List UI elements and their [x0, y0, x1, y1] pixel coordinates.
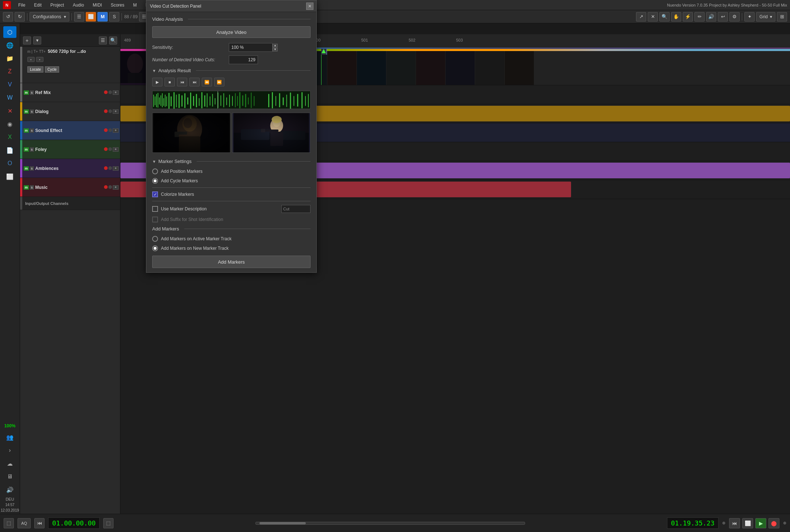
add-cycle-markers-radio[interactable] [152, 178, 158, 184]
video-btn2[interactable]: ▪ [36, 57, 43, 62]
sidebar-icon-excel[interactable]: X [3, 131, 16, 143]
menu-file[interactable]: File [17, 2, 27, 8]
bottom-icon-3[interactable]: ⬚ [103, 518, 113, 528]
sidebar-icon-folder[interactable]: 📁 [3, 53, 16, 64]
menu-audio[interactable]: Audio [71, 2, 85, 8]
refmix-m-btn[interactable]: m [24, 90, 29, 95]
foley-s-btn[interactable]: s [30, 147, 34, 152]
music-s-btn[interactable]: s [30, 185, 34, 190]
refmix-s-btn[interactable]: s [30, 90, 34, 95]
configurations-dropdown[interactable]: Configurations ▾ [30, 12, 69, 22]
menu-project[interactable]: Project [49, 2, 65, 8]
menu-scores[interactable]: Scores [109, 2, 126, 8]
transport-play[interactable]: ▶ [755, 518, 766, 528]
amb-s-btn[interactable]: s [30, 166, 34, 171]
track-search-btn[interactable]: 🔍 [109, 36, 117, 44]
foley-fader[interactable]: ≡ [113, 147, 119, 152]
add-markers-button[interactable]: Add Markers [152, 256, 311, 268]
s-button[interactable]: S [109, 12, 119, 22]
music-fader[interactable]: ≡ [113, 185, 119, 190]
refmix-fader[interactable]: ≡ [113, 90, 119, 95]
list-view-button[interactable]: ☰ [74, 12, 84, 22]
sidebar-icon-pdf[interactable]: 📄 [3, 144, 16, 156]
transport-record[interactable]: ⬤ [768, 518, 779, 528]
marker-settings-arrow[interactable]: ▼ [152, 159, 156, 164]
undo-button[interactable]: ↺ [3, 12, 13, 22]
sidebar-icon-monitor[interactable]: 🖥 [3, 471, 16, 482]
transport-rewind[interactable]: ⏮ [729, 518, 740, 528]
amb-fader[interactable]: ≡ [113, 166, 119, 171]
transport-prev-btn[interactable]: ⏮ [177, 78, 187, 86]
cut-description-input[interactable]: Cut [281, 205, 311, 213]
transport-play-btn[interactable]: ▶ [152, 78, 162, 86]
blue-m-button[interactable]: M [97, 12, 108, 22]
hand-tool[interactable]: ✋ [671, 12, 681, 22]
locate-button[interactable]: Locate [27, 66, 43, 73]
sidebar-icon-z[interactable]: Z [3, 66, 16, 77]
sensitivity-spinner[interactable]: ▲ ▼ [273, 44, 278, 51]
bounce-tool[interactable]: ↩ [718, 12, 728, 22]
grid-dropdown[interactable]: Grid ▾ [756, 12, 775, 22]
dialog-m-btn[interactable]: m [24, 109, 29, 114]
crosshair-tool[interactable]: ✕ [648, 12, 658, 22]
sidebar-icon-circle[interactable]: ◉ [3, 118, 16, 130]
sidebar-icon-cloud[interactable]: ☁ [3, 458, 16, 469]
sidebar-icon-active[interactable]: ⬡ [3, 26, 16, 38]
add-position-markers-radio[interactable] [152, 168, 158, 174]
analysis-result-arrow[interactable]: ▼ [152, 69, 156, 73]
menu-edit[interactable]: Edit [32, 2, 43, 8]
sidebar-icon-arrow[interactable]: › [3, 444, 16, 456]
horizontal-scrollbar[interactable] [255, 522, 525, 525]
sidebar-icon-w[interactable]: W [3, 92, 16, 104]
transport-next-btn[interactable]: ⏭ [189, 78, 200, 86]
bottom-icon-2[interactable]: ⏮ [34, 518, 45, 528]
video-btn1[interactable]: ▪ [27, 57, 35, 62]
sidebar-icon-x[interactable]: ✕ [3, 105, 16, 117]
add-track-button[interactable]: + [23, 36, 31, 44]
quantize-button[interactable]: ⊞ [777, 12, 787, 22]
track-list-view-btn[interactable]: ☰ [99, 36, 107, 44]
split-tool[interactable]: ⚡ [683, 12, 693, 22]
cycle-button[interactable]: Cycle [45, 66, 59, 73]
sidebar-icon-browser[interactable]: 🌐 [3, 39, 16, 51]
transport-stop[interactable]: ⬜ [742, 518, 753, 528]
speaker-tool[interactable]: 🔊 [706, 12, 716, 22]
menu-midi[interactable]: MIDI [91, 2, 103, 8]
amb-m-btn[interactable]: m [24, 166, 29, 171]
active-marker-track-radio[interactable] [152, 236, 158, 242]
sensitivity-down[interactable]: ▼ [273, 48, 278, 51]
use-marker-description-checkbox[interactable] [152, 206, 158, 212]
sfx-s-btn[interactable]: s [30, 128, 34, 133]
music-m-btn[interactable]: m [24, 185, 29, 190]
sfx-fader[interactable]: ≡ [113, 128, 119, 133]
pointer-tool[interactable]: ↗ [636, 12, 646, 22]
colorize-markers-checkbox[interactable] [152, 191, 158, 197]
transport-next2-btn[interactable]: ⏩ [214, 78, 224, 86]
transport-stop-btn[interactable]: ■ [165, 78, 175, 86]
orange-button[interactable]: ⬜ [86, 12, 96, 22]
foley-m-btn[interactable]: m [24, 147, 29, 152]
sidebar-icon-speaker[interactable]: 🔊 [3, 484, 16, 496]
sfx-m-btn[interactable]: m [24, 128, 29, 133]
dialog-s-btn[interactable]: s [30, 109, 34, 114]
sidebar-icon-v[interactable]: V [3, 79, 16, 90]
nuendo-icon[interactable]: ✦ [744, 12, 755, 22]
pencil-tool[interactable]: ✏ [694, 12, 705, 22]
bottom-aq-btn[interactable]: AQ [18, 518, 31, 528]
sensitivity-input[interactable]: 100 % [229, 43, 273, 52]
dialog-fader[interactable]: ≡ [113, 109, 119, 114]
bottom-icon-1[interactable]: ⬚ [4, 518, 14, 528]
magnify-tool[interactable]: 🔍 [659, 12, 670, 22]
transport-prev2-btn[interactable]: ⏪ [202, 78, 212, 86]
sidebar-icon-people[interactable]: 👥 [3, 431, 16, 443]
sidebar-icon-outlook[interactable]: O [3, 158, 16, 169]
vcd-close-button[interactable]: ✕ [306, 3, 313, 10]
sidebar-icon-misc[interactable]: ⬜ [3, 171, 16, 182]
new-marker-track-radio[interactable] [152, 245, 158, 251]
extra-tool[interactable]: ⚙ [729, 12, 740, 22]
redo-button[interactable]: ↻ [15, 12, 25, 22]
sensitivity-up[interactable]: ▲ [273, 44, 278, 47]
analyze-video-button[interactable]: Analyze Video [152, 26, 311, 38]
menu-m[interactable]: M [132, 2, 138, 8]
track-type-dropdown[interactable]: ▾ [33, 36, 41, 44]
